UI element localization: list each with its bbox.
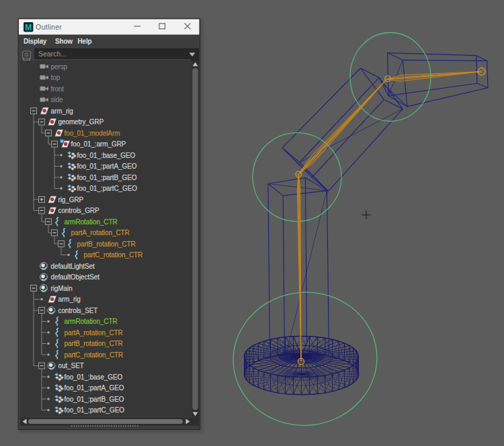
svg-text:foo_01_:partA_GEO: foo_01_:partA_GEO	[65, 384, 124, 392]
svg-text:armRotation_CTR: armRotation_CTR	[65, 218, 118, 226]
svg-text:geometry_GRP: geometry_GRP	[58, 118, 104, 126]
svg-text:foo_01_:partB_GEO: foo_01_:partB_GEO	[65, 396, 124, 403]
svg-text:foo_01_:partA_GEO: foo_01_:partA_GEO	[77, 163, 137, 170]
svg-text:arm_rig: arm_rig	[58, 296, 81, 303]
svg-text:front: front	[51, 85, 65, 93]
svg-text:foo_01_:partC_GEO: foo_01_:partC_GEO	[65, 406, 125, 414]
svg-text:foo_01_:partB_GEO: foo_01_:partB_GEO	[77, 174, 137, 181]
svg-text:defaultObjectSet: defaultObjectSet	[51, 273, 100, 281]
svg-text:controls_GRP: controls_GRP	[58, 207, 99, 214]
svg-text:controls_SET: controls_SET	[58, 307, 98, 314]
svg-text:rigMain: rigMain	[51, 285, 73, 292]
svg-text:partA_rotation_CTR: partA_rotation_CTR	[71, 229, 130, 236]
svg-text:top: top	[51, 74, 60, 81]
svg-text:defaultLightSet: defaultLightSet	[51, 263, 95, 270]
svg-text:foo_01_:modelArm: foo_01_:modelArm	[65, 130, 120, 137]
svg-text:Help: Help	[78, 38, 92, 45]
svg-text:Show: Show	[55, 38, 73, 45]
svg-text:rig_GRP: rig_GRP	[58, 196, 84, 204]
svg-text:side: side	[51, 96, 63, 103]
svg-text:persp: persp	[51, 63, 68, 71]
svg-text:Display: Display	[24, 38, 47, 45]
svg-text:partB_rotation_CTR: partB_rotation_CTR	[77, 240, 136, 248]
svg-text:partA_rotation_CTR: partA_rotation_CTR	[65, 329, 123, 337]
svg-text:Search...: Search...	[38, 50, 67, 58]
svg-text:out_SET: out_SET	[58, 362, 84, 369]
svg-text:Outliner: Outliner	[36, 23, 62, 31]
svg-text:partC_rotation_CTR: partC_rotation_CTR	[84, 251, 143, 259]
svg-text:M: M	[25, 23, 32, 32]
svg-text:partC_rotation_CTR: partC_rotation_CTR	[65, 351, 124, 359]
svg-text:armRotation_CTR: armRotation_CTR	[65, 318, 118, 325]
svg-text:foo_01_:arm_GRP: foo_01_:arm_GRP	[71, 140, 126, 148]
svg-text:arm_rig: arm_rig	[51, 107, 73, 115]
svg-text:foo_01_:base_GEO: foo_01_:base_GEO	[65, 373, 123, 381]
svg-text:partB_rotation_CTR: partB_rotation_CTR	[65, 340, 123, 347]
svg-text:foo_01_:base_GEO: foo_01_:base_GEO	[77, 152, 136, 159]
svg-text:foo_01_:partC_GEO: foo_01_:partC_GEO	[77, 185, 138, 192]
